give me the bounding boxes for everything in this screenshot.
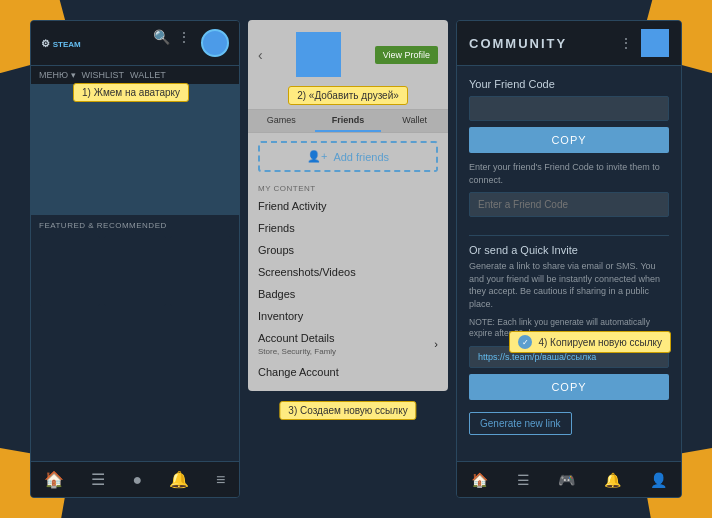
game-tile-2[interactable] xyxy=(104,236,165,306)
library-icon[interactable]: ☰ xyxy=(91,470,105,489)
menu-item-screenshots[interactable]: Screenshots/Videos xyxy=(248,261,448,283)
nav-wallet[interactable]: WALLET xyxy=(130,70,166,80)
user-avatar[interactable] xyxy=(201,29,229,57)
friend-code-title: Your Friend Code xyxy=(469,78,669,90)
profile-avatar-large xyxy=(296,32,341,77)
game-tile-1[interactable] xyxy=(39,236,100,306)
profile-dropdown: ‹ View Profile 2) «Добавить друзей» Game… xyxy=(248,20,448,391)
menu-item-inventory[interactable]: Inventory xyxy=(248,305,448,327)
community-user-avatar[interactable] xyxy=(641,29,669,57)
friend-code-description: Enter your friend's Friend Code to invit… xyxy=(469,161,669,186)
steam-header-icons: 🔍 ⋮ xyxy=(153,29,229,57)
tab-games[interactable]: Games xyxy=(248,110,315,132)
dropdown-tabs: Games Friends Wallet xyxy=(248,109,448,133)
profile-dropdown-panel: ‹ View Profile 2) «Добавить друзей» Game… xyxy=(248,20,448,498)
menu-item-friend-activity[interactable]: Friend Activity xyxy=(248,195,448,217)
nav-wishlist[interactable]: WISHLIST xyxy=(82,70,125,80)
tab-friends[interactable]: Friends xyxy=(315,110,382,132)
account-label: Account Details Store, Security, Famly xyxy=(258,332,336,356)
tab-wallet[interactable]: Wallet xyxy=(381,110,448,132)
menu-icon[interactable]: ≡ xyxy=(216,471,225,489)
game-tile-3[interactable] xyxy=(170,236,231,306)
comm-profile-icon[interactable]: 👤 xyxy=(650,472,667,488)
featured-games-list xyxy=(39,236,231,306)
annotation-step4-text: 4) Копируем новую ссылку xyxy=(538,337,662,348)
more-options-icon[interactable]: ⋮ xyxy=(177,29,193,45)
search-icon[interactable]: 🔍 xyxy=(153,29,169,45)
community-content: Your Friend Code COPY Enter your friend'… xyxy=(457,66,681,462)
steam-logo: ⚙ STEAM xyxy=(41,38,101,49)
quick-invite-description: Generate a link to share via email or SM… xyxy=(469,260,669,310)
menu-item-badges[interactable]: Badges xyxy=(248,283,448,305)
annotation-step1: 1) Жмем на аватарку xyxy=(73,83,189,102)
menu-item-groups[interactable]: Groups xyxy=(248,239,448,261)
add-friends-button[interactable]: 👤+ Add friends xyxy=(258,141,438,172)
annotation-step2-text: 2) «Добавить друзей» xyxy=(297,90,399,101)
annotation-step3: 3) Создаем новую ссылку xyxy=(279,401,416,420)
community-panel: COMMUNITY ⋮ Your Friend Code COPY Enter … xyxy=(456,20,682,498)
friend-code-copy-button[interactable]: COPY xyxy=(469,127,669,153)
quick-invite-title: Or send a Quick Invite xyxy=(469,244,669,256)
featured-label: FEATURED & RECOMMENDED xyxy=(39,221,231,230)
add-friends-label: Add friends xyxy=(333,151,389,163)
annotation-step3-text: 3) Создаем новую ссылку xyxy=(288,405,407,416)
nav-menu[interactable]: МЕНЮ ▾ xyxy=(39,70,76,80)
community-header-right: ⋮ xyxy=(619,29,669,57)
community-more-icon[interactable]: ⋮ xyxy=(619,35,633,51)
comm-community-icon[interactable]: 🎮 xyxy=(558,472,575,488)
community-bottom-nav: 🏠 ☰ 🎮 🔔 👤 xyxy=(457,461,681,497)
community-header: COMMUNITY ⋮ xyxy=(457,21,681,66)
friend-code-input[interactable] xyxy=(469,96,669,121)
annotation-step1-text: 1) Жмем на аватарку xyxy=(82,87,180,98)
section-divider xyxy=(469,235,669,236)
arrow-icon: › xyxy=(434,338,438,350)
steam-title-text: STEAM xyxy=(53,40,81,49)
store-icon[interactable]: 🏠 xyxy=(44,470,64,489)
hero-banner xyxy=(31,85,239,215)
menu-item-friends[interactable]: Friends xyxy=(248,217,448,239)
invite-link-copy-button[interactable]: COPY xyxy=(469,374,669,400)
checkmark-icon: ✓ xyxy=(518,335,532,349)
steam-header: ⚙ STEAM 🔍 ⋮ xyxy=(31,21,239,66)
menu-item-account[interactable]: Account Details Store, Security, Famly › xyxy=(248,327,448,361)
add-friends-icon: 👤+ xyxy=(307,150,327,163)
community-title: COMMUNITY xyxy=(469,36,567,51)
comm-notifications-icon[interactable]: 🔔 xyxy=(604,472,621,488)
annotation-step2: 2) «Добавить друзей» xyxy=(288,86,408,105)
annotation-step4: ✓ 4) Копируем новую ссылку xyxy=(509,331,671,353)
comm-library-icon[interactable]: ☰ xyxy=(517,472,530,488)
menu-item-change-account[interactable]: Change Account xyxy=(248,361,448,383)
steam-client-panel: ⚙ STEAM 🔍 ⋮ 1) Жмем на аватарку МЕНЮ ▾ W… xyxy=(30,20,240,498)
steam-bottom-nav: 🏠 ☰ ● 🔔 ≡ xyxy=(31,461,239,497)
featured-section: FEATURED & RECOMMENDED xyxy=(31,215,239,312)
back-arrow-icon[interactable]: ‹ xyxy=(258,47,263,63)
comm-store-icon[interactable]: 🏠 xyxy=(471,472,488,488)
enter-friend-code-input[interactable] xyxy=(469,192,669,217)
profile-menu-list: Friend Activity Friends Groups Screensho… xyxy=(248,195,448,383)
dropdown-header: ‹ View Profile xyxy=(248,28,448,85)
notifications-icon[interactable]: 🔔 xyxy=(169,470,189,489)
my-content-label: MY CONTENT xyxy=(248,180,448,195)
view-profile-button[interactable]: View Profile xyxy=(375,46,438,64)
community-icon[interactable]: ● xyxy=(132,471,142,489)
generate-new-link-button[interactable]: Generate new link xyxy=(469,412,572,435)
